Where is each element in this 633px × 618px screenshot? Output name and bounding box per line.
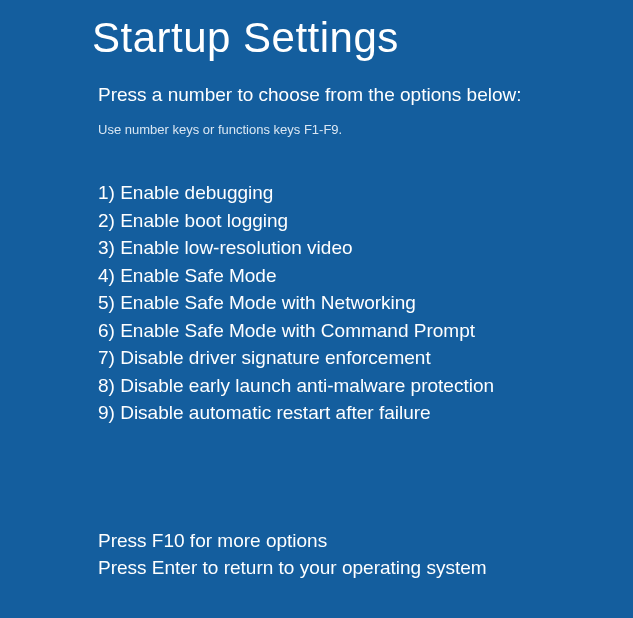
more-options-hint: Press F10 for more options — [98, 527, 633, 555]
instruction-text: Press a number to choose from the option… — [92, 84, 633, 106]
option-1[interactable]: 1) Enable debugging — [98, 179, 633, 207]
options-list: 1) Enable debugging 2) Enable boot loggi… — [92, 179, 633, 427]
option-8[interactable]: 8) Disable early launch anti-malware pro… — [98, 372, 633, 400]
hint-text: Use number keys or functions keys F1-F9. — [92, 122, 633, 137]
page-title: Startup Settings — [92, 14, 633, 62]
option-3[interactable]: 3) Enable low-resolution video — [98, 234, 633, 262]
return-hint: Press Enter to return to your operating … — [98, 554, 633, 582]
option-7[interactable]: 7) Disable driver signature enforcement — [98, 344, 633, 372]
footer-instructions: Press F10 for more options Press Enter t… — [92, 527, 633, 582]
startup-settings-screen: Startup Settings Press a number to choos… — [0, 0, 633, 582]
option-4[interactable]: 4) Enable Safe Mode — [98, 262, 633, 290]
option-9[interactable]: 9) Disable automatic restart after failu… — [98, 399, 633, 427]
option-2[interactable]: 2) Enable boot logging — [98, 207, 633, 235]
option-6[interactable]: 6) Enable Safe Mode with Command Prompt — [98, 317, 633, 345]
option-5[interactable]: 5) Enable Safe Mode with Networking — [98, 289, 633, 317]
